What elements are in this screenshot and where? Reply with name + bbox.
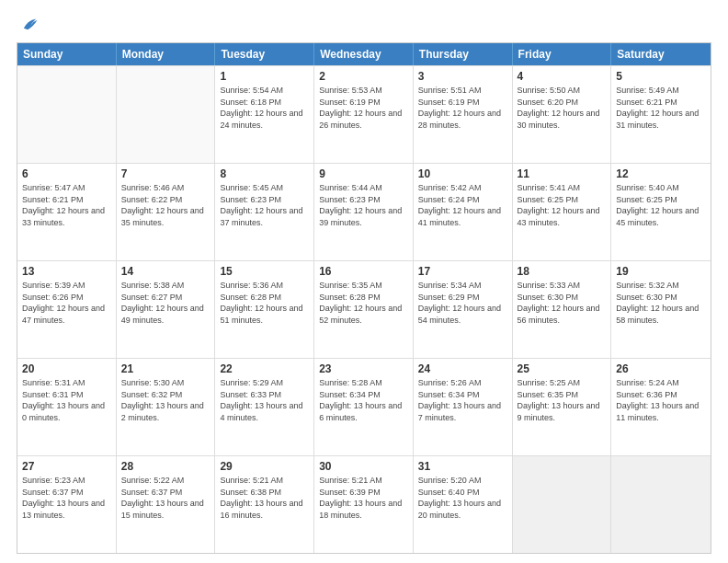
calendar-cell: 19Sunrise: 5:32 AM Sunset: 6:30 PM Dayli… [611,261,711,358]
day-info: Sunrise: 5:25 AM Sunset: 6:35 PM Dayligh… [518,377,607,423]
day-number: 12 [616,167,706,180]
calendar-cell: 2Sunrise: 5:53 AM Sunset: 6:19 PM Daylig… [314,66,414,163]
logo-bird-icon [18,15,39,35]
day-number: 25 [518,362,607,375]
calendar-row: 13Sunrise: 5:39 AM Sunset: 6:26 PM Dayli… [17,260,711,358]
day-number: 19 [616,265,706,278]
day-info: Sunrise: 5:31 AM Sunset: 6:31 PM Dayligh… [22,377,111,423]
day-info: Sunrise: 5:22 AM Sunset: 6:37 PM Dayligh… [121,475,210,521]
calendar-cell: 8Sunrise: 5:45 AM Sunset: 6:23 PM Daylig… [215,164,314,260]
day-info: Sunrise: 5:32 AM Sunset: 6:30 PM Dayligh… [616,280,706,326]
day-info: Sunrise: 5:21 AM Sunset: 6:38 PM Dayligh… [220,475,309,521]
calendar-cell [611,456,711,553]
calendar-cell: 12Sunrise: 5:40 AM Sunset: 6:25 PM Dayli… [611,164,711,260]
day-number: 1 [220,70,309,83]
day-number: 22 [220,362,309,375]
calendar-cell [17,66,117,163]
calendar-cell: 23Sunrise: 5:28 AM Sunset: 6:34 PM Dayli… [314,359,414,455]
day-number: 21 [121,362,210,375]
day-number: 29 [220,460,309,473]
day-info: Sunrise: 5:28 AM Sunset: 6:34 PM Dayligh… [319,377,408,423]
calendar-header-cell: Sunday [17,43,117,65]
day-number: 9 [319,167,408,180]
calendar-header-cell: Wednesday [314,43,414,65]
day-info: Sunrise: 5:33 AM Sunset: 6:30 PM Dayligh… [518,280,607,326]
calendar-cell: 9Sunrise: 5:44 AM Sunset: 6:23 PM Daylig… [314,164,414,260]
day-info: Sunrise: 5:46 AM Sunset: 6:22 PM Dayligh… [121,182,210,228]
day-number: 10 [418,167,507,180]
calendar-cell: 18Sunrise: 5:33 AM Sunset: 6:30 PM Dayli… [513,261,612,358]
day-number: 24 [418,362,507,375]
day-info: Sunrise: 5:40 AM Sunset: 6:25 PM Dayligh… [616,182,706,228]
page: SundayMondayTuesdayWednesdayThursdayFrid… [0,0,728,563]
day-number: 27 [22,460,111,473]
day-number: 5 [616,70,706,83]
calendar-cell: 24Sunrise: 5:26 AM Sunset: 6:34 PM Dayli… [414,359,513,455]
calendar-cell: 14Sunrise: 5:38 AM Sunset: 6:27 PM Dayli… [117,261,216,358]
logo-text [17,15,39,35]
day-number: 17 [418,265,507,278]
day-number: 30 [319,460,408,473]
calendar-cell: 21Sunrise: 5:30 AM Sunset: 6:32 PM Dayli… [117,359,216,455]
calendar-header-cell: Tuesday [215,43,314,65]
day-info: Sunrise: 5:20 AM Sunset: 6:40 PM Dayligh… [418,475,507,521]
day-info: Sunrise: 5:42 AM Sunset: 6:24 PM Dayligh… [418,182,507,228]
day-number: 13 [22,265,111,278]
calendar-cell: 4Sunrise: 5:50 AM Sunset: 6:20 PM Daylig… [513,66,612,163]
header [17,15,711,35]
calendar-cell: 17Sunrise: 5:34 AM Sunset: 6:29 PM Dayli… [414,261,513,358]
calendar-cell [117,66,216,163]
calendar-row: 20Sunrise: 5:31 AM Sunset: 6:31 PM Dayli… [17,358,711,455]
day-info: Sunrise: 5:41 AM Sunset: 6:25 PM Dayligh… [518,182,607,228]
day-info: Sunrise: 5:53 AM Sunset: 6:19 PM Dayligh… [319,85,408,131]
calendar-cell: 5Sunrise: 5:49 AM Sunset: 6:21 PM Daylig… [611,66,711,163]
day-info: Sunrise: 5:34 AM Sunset: 6:29 PM Dayligh… [418,280,507,326]
day-info: Sunrise: 5:54 AM Sunset: 6:18 PM Dayligh… [220,85,309,131]
calendar-cell: 16Sunrise: 5:35 AM Sunset: 6:28 PM Dayli… [314,261,414,358]
calendar-cell [513,456,612,553]
calendar-cell: 11Sunrise: 5:41 AM Sunset: 6:25 PM Dayli… [513,164,612,260]
calendar-cell: 1Sunrise: 5:54 AM Sunset: 6:18 PM Daylig… [215,66,314,163]
day-info: Sunrise: 5:35 AM Sunset: 6:28 PM Dayligh… [319,280,408,326]
day-info: Sunrise: 5:24 AM Sunset: 6:36 PM Dayligh… [616,377,706,423]
calendar-header-cell: Thursday [414,43,513,65]
calendar-cell: 13Sunrise: 5:39 AM Sunset: 6:26 PM Dayli… [17,261,117,358]
calendar-cell: 31Sunrise: 5:20 AM Sunset: 6:40 PM Dayli… [414,456,513,553]
day-number: 31 [418,460,507,473]
calendar-cell: 7Sunrise: 5:46 AM Sunset: 6:22 PM Daylig… [117,164,216,260]
day-number: 11 [518,167,607,180]
day-info: Sunrise: 5:50 AM Sunset: 6:20 PM Dayligh… [518,85,607,131]
calendar-cell: 15Sunrise: 5:36 AM Sunset: 6:28 PM Dayli… [215,261,314,358]
calendar-body: 1Sunrise: 5:54 AM Sunset: 6:18 PM Daylig… [17,65,711,553]
day-number: 18 [518,265,607,278]
calendar-header-cell: Saturday [611,43,711,65]
calendar-cell: 29Sunrise: 5:21 AM Sunset: 6:38 PM Dayli… [215,456,314,553]
day-number: 15 [220,265,309,278]
calendar-cell: 26Sunrise: 5:24 AM Sunset: 6:36 PM Dayli… [611,359,711,455]
calendar-cell: 27Sunrise: 5:23 AM Sunset: 6:37 PM Dayli… [17,456,117,553]
day-number: 28 [121,460,210,473]
calendar-header-row: SundayMondayTuesdayWednesdayThursdayFrid… [17,43,711,65]
day-info: Sunrise: 5:23 AM Sunset: 6:37 PM Dayligh… [22,475,111,521]
day-info: Sunrise: 5:45 AM Sunset: 6:23 PM Dayligh… [220,182,309,228]
day-number: 8 [220,167,309,180]
calendar-cell: 25Sunrise: 5:25 AM Sunset: 6:35 PM Dayli… [513,359,612,455]
calendar-cell: 28Sunrise: 5:22 AM Sunset: 6:37 PM Dayli… [117,456,216,553]
day-number: 23 [319,362,408,375]
day-info: Sunrise: 5:21 AM Sunset: 6:39 PM Dayligh… [319,475,408,521]
day-info: Sunrise: 5:36 AM Sunset: 6:28 PM Dayligh… [220,280,309,326]
day-info: Sunrise: 5:29 AM Sunset: 6:33 PM Dayligh… [220,377,309,423]
day-number: 7 [121,167,210,180]
day-number: 3 [418,70,507,83]
calendar-cell: 10Sunrise: 5:42 AM Sunset: 6:24 PM Dayli… [414,164,513,260]
calendar-cell: 20Sunrise: 5:31 AM Sunset: 6:31 PM Dayli… [17,359,117,455]
day-number: 20 [22,362,111,375]
day-number: 26 [616,362,706,375]
day-number: 4 [518,70,607,83]
day-number: 6 [22,167,111,180]
day-info: Sunrise: 5:38 AM Sunset: 6:27 PM Dayligh… [121,280,210,326]
day-info: Sunrise: 5:47 AM Sunset: 6:21 PM Dayligh… [22,182,111,228]
calendar-cell: 22Sunrise: 5:29 AM Sunset: 6:33 PM Dayli… [215,359,314,455]
calendar-header-cell: Monday [117,43,216,65]
day-info: Sunrise: 5:30 AM Sunset: 6:32 PM Dayligh… [121,377,210,423]
